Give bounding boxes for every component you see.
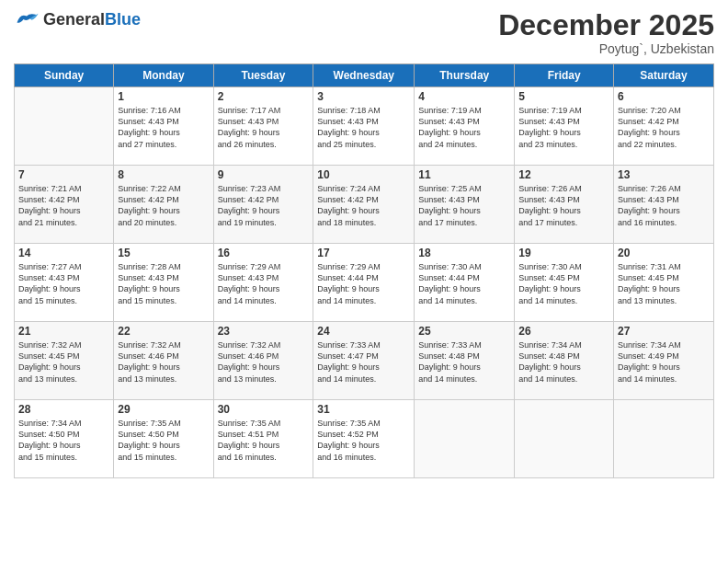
day-info: Sunrise: 7:29 AM Sunset: 4:43 PM Dayligh…: [218, 261, 310, 306]
title-block: December 2025 Poytug`, Uzbekistan: [498, 9, 714, 56]
day-info: Sunrise: 7:34 AM Sunset: 4:49 PM Dayligh…: [618, 339, 710, 385]
day-info: Sunrise: 7:35 AM Sunset: 4:50 PM Dayligh…: [118, 418, 209, 463]
calendar-cell: 2Sunrise: 7:17 AM Sunset: 4:43 PM Daylig…: [213, 87, 313, 166]
day-info: Sunrise: 7:32 AM Sunset: 4:45 PM Dayligh…: [18, 339, 109, 385]
day-number: 25: [418, 325, 510, 338]
calendar-cell: 22Sunrise: 7:32 AM Sunset: 4:46 PM Dayli…: [114, 322, 213, 400]
calendar-cell: 24Sunrise: 7:33 AM Sunset: 4:47 PM Dayli…: [313, 322, 415, 400]
day-info: Sunrise: 7:21 AM Sunset: 4:42 PM Dayligh…: [18, 183, 109, 228]
calendar-cell: 14Sunrise: 7:27 AM Sunset: 4:43 PM Dayli…: [15, 244, 114, 322]
day-number: 29: [118, 403, 209, 416]
day-info: Sunrise: 7:32 AM Sunset: 4:46 PM Dayligh…: [218, 339, 310, 385]
day-number: 19: [518, 247, 609, 259]
day-info: Sunrise: 7:30 AM Sunset: 4:44 PM Dayligh…: [418, 261, 510, 306]
logo-general: General: [43, 11, 105, 28]
day-info: Sunrise: 7:30 AM Sunset: 4:45 PM Dayligh…: [518, 261, 609, 306]
day-info: Sunrise: 7:19 AM Sunset: 4:43 PM Dayligh…: [418, 105, 510, 150]
day-info: Sunrise: 7:28 AM Sunset: 4:43 PM Dayligh…: [118, 261, 209, 306]
day-info: Sunrise: 7:27 AM Sunset: 4:43 PM Dayligh…: [18, 261, 109, 306]
calendar-cell: 23Sunrise: 7:32 AM Sunset: 4:46 PM Dayli…: [213, 322, 313, 400]
calendar-cell: 11Sunrise: 7:25 AM Sunset: 4:43 PM Dayli…: [415, 166, 515, 244]
calendar-cell: 15Sunrise: 7:28 AM Sunset: 4:43 PM Dayli…: [114, 244, 213, 322]
logo-text: General Blue: [43, 11, 141, 28]
day-number: 18: [418, 247, 510, 259]
calendar-week-row: 28Sunrise: 7:34 AM Sunset: 4:50 PM Dayli…: [15, 400, 714, 478]
calendar-cell: 26Sunrise: 7:34 AM Sunset: 4:48 PM Dayli…: [515, 322, 614, 400]
calendar-cell: 6Sunrise: 7:20 AM Sunset: 4:42 PM Daylig…: [614, 87, 714, 166]
calendar-cell: 16Sunrise: 7:29 AM Sunset: 4:43 PM Dayli…: [213, 244, 313, 322]
calendar-cell: 8Sunrise: 7:22 AM Sunset: 4:42 PM Daylig…: [114, 166, 213, 244]
calendar-cell: 30Sunrise: 7:35 AM Sunset: 4:51 PM Dayli…: [213, 400, 313, 478]
day-number: 1: [118, 90, 209, 103]
day-info: Sunrise: 7:23 AM Sunset: 4:42 PM Dayligh…: [218, 183, 310, 228]
day-number: 30: [218, 403, 310, 416]
calendar-header-row: SundayMondayTuesdayWednesdayThursdayFrid…: [15, 64, 714, 87]
day-of-week-header: Thursday: [415, 64, 515, 87]
day-of-week-header: Sunday: [15, 64, 114, 87]
day-info: Sunrise: 7:35 AM Sunset: 4:51 PM Dayligh…: [218, 418, 310, 463]
day-info: Sunrise: 7:34 AM Sunset: 4:50 PM Dayligh…: [18, 418, 109, 463]
calendar-cell: 5Sunrise: 7:19 AM Sunset: 4:43 PM Daylig…: [515, 87, 614, 166]
day-of-week-header: Friday: [515, 64, 614, 87]
day-number: 2: [218, 90, 310, 103]
calendar-cell: 4Sunrise: 7:19 AM Sunset: 4:43 PM Daylig…: [415, 87, 515, 166]
day-number: 28: [18, 403, 109, 416]
day-info: Sunrise: 7:19 AM Sunset: 4:43 PM Dayligh…: [518, 105, 609, 150]
calendar-cell: 1Sunrise: 7:16 AM Sunset: 4:43 PM Daylig…: [114, 87, 213, 166]
calendar-table: SundayMondayTuesdayWednesdayThursdayFrid…: [14, 63, 714, 478]
calendar-cell: 13Sunrise: 7:26 AM Sunset: 4:43 PM Dayli…: [614, 166, 714, 244]
day-number: 7: [18, 168, 109, 181]
day-info: Sunrise: 7:26 AM Sunset: 4:43 PM Dayligh…: [618, 183, 710, 228]
calendar-cell: 12Sunrise: 7:26 AM Sunset: 4:43 PM Dayli…: [515, 166, 614, 244]
day-info: Sunrise: 7:22 AM Sunset: 4:42 PM Dayligh…: [118, 183, 209, 228]
day-info: Sunrise: 7:35 AM Sunset: 4:52 PM Dayligh…: [317, 418, 410, 463]
location-subtitle: Poytug`, Uzbekistan: [498, 41, 714, 56]
calendar-cell: 10Sunrise: 7:24 AM Sunset: 4:42 PM Dayli…: [313, 166, 415, 244]
day-number: 12: [518, 168, 609, 181]
day-number: 5: [518, 90, 609, 103]
calendar-cell: [15, 87, 114, 166]
day-info: Sunrise: 7:16 AM Sunset: 4:43 PM Dayligh…: [118, 105, 209, 150]
calendar-week-row: 7Sunrise: 7:21 AM Sunset: 4:42 PM Daylig…: [15, 166, 714, 244]
day-info: Sunrise: 7:25 AM Sunset: 4:43 PM Dayligh…: [418, 183, 510, 228]
day-number: 6: [618, 90, 710, 103]
day-info: Sunrise: 7:29 AM Sunset: 4:44 PM Dayligh…: [317, 261, 410, 306]
day-info: Sunrise: 7:34 AM Sunset: 4:48 PM Dayligh…: [518, 339, 609, 385]
page: General Blue December 2025 Poytug`, Uzbe…: [0, 0, 728, 563]
day-number: 17: [317, 247, 410, 259]
day-number: 10: [317, 168, 410, 181]
day-of-week-header: Monday: [114, 64, 213, 87]
day-number: 4: [418, 90, 510, 103]
calendar-cell: [614, 400, 714, 478]
day-info: Sunrise: 7:31 AM Sunset: 4:45 PM Dayligh…: [618, 261, 710, 306]
calendar-cell: 31Sunrise: 7:35 AM Sunset: 4:52 PM Dayli…: [313, 400, 415, 478]
day-number: 31: [317, 403, 410, 416]
day-of-week-header: Saturday: [614, 64, 714, 87]
day-number: 23: [218, 325, 310, 338]
calendar-cell: 3Sunrise: 7:18 AM Sunset: 4:43 PM Daylig…: [313, 87, 415, 166]
calendar-week-row: 21Sunrise: 7:32 AM Sunset: 4:45 PM Dayli…: [15, 322, 714, 400]
calendar-cell: 27Sunrise: 7:34 AM Sunset: 4:49 PM Dayli…: [614, 322, 714, 400]
calendar-cell: 28Sunrise: 7:34 AM Sunset: 4:50 PM Dayli…: [15, 400, 114, 478]
calendar-cell: 21Sunrise: 7:32 AM Sunset: 4:45 PM Dayli…: [15, 322, 114, 400]
day-info: Sunrise: 7:33 AM Sunset: 4:47 PM Dayligh…: [317, 339, 410, 385]
calendar-cell: 19Sunrise: 7:30 AM Sunset: 4:45 PM Dayli…: [515, 244, 614, 322]
day-info: Sunrise: 7:24 AM Sunset: 4:42 PM Dayligh…: [317, 183, 410, 228]
day-info: Sunrise: 7:18 AM Sunset: 4:43 PM Dayligh…: [317, 105, 410, 150]
day-number: 16: [218, 247, 310, 259]
logo-bird-icon: [14, 9, 40, 29]
day-number: 21: [18, 325, 109, 338]
calendar-cell: 17Sunrise: 7:29 AM Sunset: 4:44 PM Dayli…: [313, 244, 415, 322]
day-number: 11: [418, 168, 510, 181]
header: General Blue December 2025 Poytug`, Uzbe…: [14, 9, 714, 56]
day-number: 24: [317, 325, 410, 338]
day-info: Sunrise: 7:17 AM Sunset: 4:43 PM Dayligh…: [218, 105, 310, 150]
day-number: 26: [518, 325, 609, 338]
logo-blue: Blue: [105, 11, 141, 28]
calendar-cell: 29Sunrise: 7:35 AM Sunset: 4:50 PM Dayli…: [114, 400, 213, 478]
day-info: Sunrise: 7:26 AM Sunset: 4:43 PM Dayligh…: [518, 183, 609, 228]
calendar-week-row: 1Sunrise: 7:16 AM Sunset: 4:43 PM Daylig…: [15, 87, 714, 166]
calendar-cell: 25Sunrise: 7:33 AM Sunset: 4:48 PM Dayli…: [415, 322, 515, 400]
calendar-cell: 7Sunrise: 7:21 AM Sunset: 4:42 PM Daylig…: [15, 166, 114, 244]
day-number: 13: [618, 168, 710, 181]
